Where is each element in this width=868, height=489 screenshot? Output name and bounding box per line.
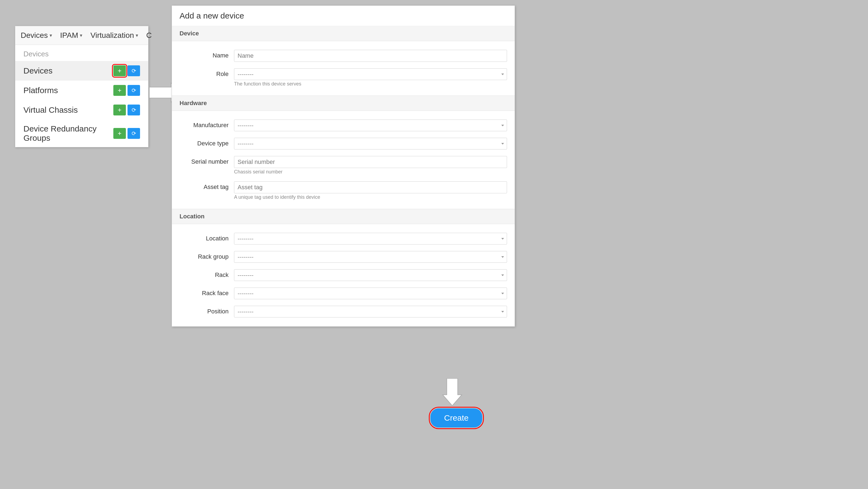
create-button[interactable]: Create <box>430 409 482 427</box>
nav-ipam-label: IPAM <box>60 31 78 40</box>
dropdown-redundancy-label: Device Redundancy Groups <box>24 124 113 143</box>
form-section-hardware: Hardware Manufacturer -------- Device ty… <box>172 96 515 209</box>
device-type-row: Device type -------- <box>180 134 507 153</box>
add-platform-button[interactable]: + <box>113 85 126 96</box>
role-help: The function this device serves <box>234 81 507 87</box>
rack-group-label: Rack group <box>180 251 234 260</box>
redundancy-btn-group: + ⟳ <box>113 128 140 139</box>
sync-icon-vc: ⟳ <box>132 107 136 113</box>
asset-tag-input[interactable] <box>234 181 507 193</box>
hardware-section-header: Hardware <box>172 96 515 111</box>
role-label: Role <box>180 68 234 77</box>
nav-ipam[interactable]: IPAM ▾ <box>60 31 82 40</box>
left-panel: Devices ▾ IPAM ▾ Virtualization ▾ C Devi… <box>15 26 149 147</box>
position-row: Position -------- <box>180 302 507 321</box>
nav-virt-caret: ▾ <box>136 32 138 38</box>
name-row: Name <box>180 46 507 65</box>
name-input[interactable] <box>234 50 507 62</box>
position-select[interactable]: -------- <box>234 306 507 318</box>
serial-number-row: Serial number Chassis serial number <box>180 153 507 178</box>
down-arrow-indicator <box>441 379 463 406</box>
nav-virtualization[interactable]: Virtualization ▾ <box>90 31 138 40</box>
dropdown-platforms-label: Platforms <box>24 86 113 95</box>
rack-label: Rack <box>180 269 234 279</box>
location-select[interactable]: -------- <box>234 233 507 244</box>
asset-tag-row: Asset tag A unique tag used to identify … <box>180 178 507 203</box>
sync-virtual-chassis-button[interactable]: ⟳ <box>127 104 140 116</box>
name-label: Name <box>180 50 234 59</box>
form-section-device: Device Name Role -------- The function t… <box>172 26 515 96</box>
svg-marker-1 <box>443 379 462 406</box>
manufacturer-label: Manufacturer <box>180 120 234 129</box>
sync-redundancy-button[interactable]: ⟳ <box>127 128 140 139</box>
dropdown-virtual-chassis-label: Virtual Chassis <box>24 105 113 115</box>
form-section-location: Location Location -------- Rack group --… <box>172 209 515 326</box>
serial-number-label: Serial number <box>180 156 234 165</box>
sync-platforms-button[interactable]: ⟳ <box>127 85 140 96</box>
manufacturer-select[interactable]: -------- <box>234 120 507 131</box>
dropdown-item-virtual-chassis[interactable]: Virtual Chassis + ⟳ <box>15 100 148 120</box>
plus-icon-rdg: + <box>118 130 122 137</box>
virtual-chassis-btn-group: + ⟳ <box>113 104 140 116</box>
name-input-wrap <box>234 50 507 62</box>
serial-number-wrap: Chassis serial number <box>234 156 507 175</box>
form-title: Add a new device <box>172 6 515 26</box>
nav-devices-label: Devices <box>21 31 48 40</box>
add-redundancy-button[interactable]: + <box>113 128 126 139</box>
nav-more[interactable]: C <box>146 31 152 40</box>
devices-btn-group: + ⟳ <box>113 65 140 76</box>
nav-devices[interactable]: Devices ▾ <box>21 31 52 40</box>
plus-icon: + <box>118 67 122 75</box>
device-type-wrap: -------- <box>234 138 507 150</box>
device-type-select[interactable]: -------- <box>234 138 507 150</box>
rack-face-wrap: -------- <box>234 288 507 299</box>
rack-face-label: Rack face <box>180 288 234 297</box>
plus-icon-platforms: + <box>118 87 122 94</box>
add-device-button[interactable]: + <box>113 65 126 76</box>
nav-bar: Devices ▾ IPAM ▾ Virtualization ▾ C <box>15 26 148 45</box>
nav-devices-caret: ▾ <box>50 32 52 38</box>
asset-tag-label: Asset tag <box>180 181 234 191</box>
role-row: Role -------- The function this device s… <box>180 65 507 90</box>
nav-more-label: C <box>146 31 152 40</box>
dropdown-item-platforms[interactable]: Platforms + ⟳ <box>15 80 148 100</box>
location-label: Location <box>180 233 234 242</box>
sync-icon-platforms: ⟳ <box>132 87 136 94</box>
rack-select[interactable]: -------- <box>234 269 507 281</box>
location-wrap: -------- <box>234 233 507 244</box>
dropdown-item-redundancy[interactable]: Device Redundancy Groups + ⟳ <box>15 120 148 147</box>
asset-tag-wrap: A unique tag used to identify this devic… <box>234 181 507 200</box>
rack-face-row: Rack face -------- <box>180 284 507 302</box>
serial-number-input[interactable] <box>234 156 507 168</box>
device-type-label: Device type <box>180 138 234 147</box>
role-select-wrap: -------- The function this device serves <box>234 68 507 87</box>
dropdown-item-devices[interactable]: Devices + ⟳ <box>15 61 148 80</box>
nav-ipam-caret: ▾ <box>80 32 82 38</box>
sync-icon-rdg: ⟳ <box>132 130 136 137</box>
position-label: Position <box>180 306 234 315</box>
sync-icon: ⟳ <box>132 67 136 74</box>
plus-icon-vc: + <box>118 106 122 114</box>
right-panel: Add a new device Device Name Role ------… <box>172 5 515 327</box>
manufacturer-wrap: -------- <box>234 120 507 131</box>
role-select[interactable]: -------- <box>234 68 507 80</box>
nav-virtualization-label: Virtualization <box>90 31 134 40</box>
manufacturer-row: Manufacturer -------- <box>180 116 507 134</box>
sync-devices-button[interactable]: ⟳ <box>127 65 140 76</box>
rack-group-wrap: -------- <box>234 251 507 263</box>
asset-tag-help: A unique tag used to identify this devic… <box>234 194 507 200</box>
device-section-header: Device <box>172 26 515 41</box>
rack-group-row: Rack group -------- <box>180 248 507 266</box>
rack-row: Rack -------- <box>180 266 507 284</box>
rack-wrap: -------- <box>234 269 507 281</box>
platforms-btn-group: + ⟳ <box>113 85 140 96</box>
rack-group-select[interactable]: -------- <box>234 251 507 263</box>
add-virtual-chassis-button[interactable]: + <box>113 104 126 116</box>
location-section-header: Location <box>172 209 515 224</box>
device-section-body: Name Role -------- The function this dev… <box>172 41 515 96</box>
hardware-section-body: Manufacturer -------- Device type ------… <box>172 111 515 209</box>
position-wrap: -------- <box>234 306 507 318</box>
dropdown-section-header: Devices <box>15 45 148 61</box>
rack-face-select[interactable]: -------- <box>234 288 507 299</box>
dropdown-devices-label: Devices <box>24 66 113 75</box>
